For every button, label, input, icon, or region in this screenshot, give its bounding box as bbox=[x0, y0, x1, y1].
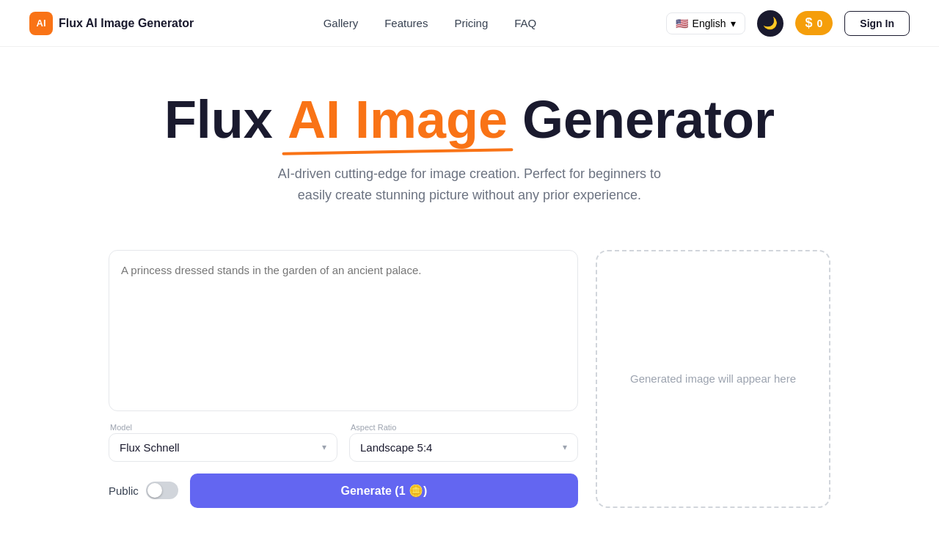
public-toggle-area: Public bbox=[109, 482, 178, 499]
model-select-wrapper: Model Flux Schnell ▾ bbox=[109, 423, 337, 462]
nav-pricing[interactable]: Pricing bbox=[454, 17, 488, 29]
sign-in-button[interactable]: Sign In bbox=[844, 11, 910, 36]
public-label: Public bbox=[109, 485, 139, 497]
model-label: Model bbox=[109, 423, 337, 432]
credits-amount: 0 bbox=[817, 18, 823, 29]
hero-title: Flux AI Image Generator bbox=[15, 91, 924, 149]
aspect-value: Landscape 5:4 bbox=[360, 441, 432, 454]
toggle-thumb bbox=[147, 483, 162, 498]
hero-section: Flux AI Image Generator AI-driven cuttin… bbox=[0, 47, 939, 235]
logo[interactable]: AI Flux AI Image Generator bbox=[29, 12, 194, 35]
public-toggle[interactable] bbox=[146, 482, 178, 499]
moon-icon: 🌙 bbox=[763, 16, 778, 30]
main-nav: Gallery Features Pricing FAQ bbox=[324, 17, 537, 29]
selects-row: Model Flux Schnell ▾ Aspect Ratio Landsc… bbox=[109, 423, 578, 462]
model-chevron-icon: ▾ bbox=[322, 442, 326, 452]
dark-mode-button[interactable]: 🌙 bbox=[757, 10, 783, 37]
nav-gallery[interactable]: Gallery bbox=[324, 17, 359, 29]
bottom-row: Public Generate (1 🪙) bbox=[109, 474, 578, 508]
chevron-down-icon: ▾ bbox=[731, 18, 736, 29]
generate-button[interactable]: Generate (1 🪙) bbox=[190, 474, 578, 508]
main-content: Model Flux Schnell ▾ Aspect Ratio Landsc… bbox=[0, 235, 939, 537]
prompt-input[interactable] bbox=[109, 250, 578, 411]
title-highlight: AI Image bbox=[288, 91, 508, 149]
logo-icon: AI bbox=[29, 12, 53, 35]
coin-icon: $ bbox=[805, 15, 813, 31]
aspect-chevron-icon: ▾ bbox=[563, 442, 567, 452]
credits-button[interactable]: $ 0 bbox=[795, 11, 833, 35]
aspect-select-wrapper: Aspect Ratio Landscape 5:4 ▾ bbox=[349, 423, 578, 462]
model-select[interactable]: Flux Schnell ▾ bbox=[109, 433, 337, 462]
hero-subtitle: AI-driven cutting-edge for image creatio… bbox=[264, 163, 675, 206]
left-panel: Model Flux Schnell ▾ Aspect Ratio Landsc… bbox=[109, 250, 578, 508]
logo-text: Flux AI Image Generator bbox=[59, 17, 194, 30]
aspect-select[interactable]: Landscape 5:4 ▾ bbox=[349, 433, 578, 462]
language-label: English bbox=[693, 18, 726, 29]
title-part2: Generator bbox=[508, 90, 775, 149]
language-selector[interactable]: 🇺🇸 English ▾ bbox=[666, 12, 745, 34]
aspect-label: Aspect Ratio bbox=[349, 423, 578, 432]
header: AI Flux AI Image Generator Gallery Featu… bbox=[0, 0, 939, 47]
image-output-panel: Generated image will appear here bbox=[596, 250, 830, 508]
title-part1: Flux bbox=[164, 90, 288, 149]
language-flag: 🇺🇸 bbox=[676, 18, 688, 29]
image-placeholder-text: Generated image will appear here bbox=[630, 372, 796, 385]
model-value: Flux Schnell bbox=[120, 441, 180, 454]
nav-faq[interactable]: FAQ bbox=[514, 17, 536, 29]
header-right: 🇺🇸 English ▾ 🌙 $ 0 Sign In bbox=[666, 10, 910, 37]
nav-features[interactable]: Features bbox=[384, 17, 428, 29]
